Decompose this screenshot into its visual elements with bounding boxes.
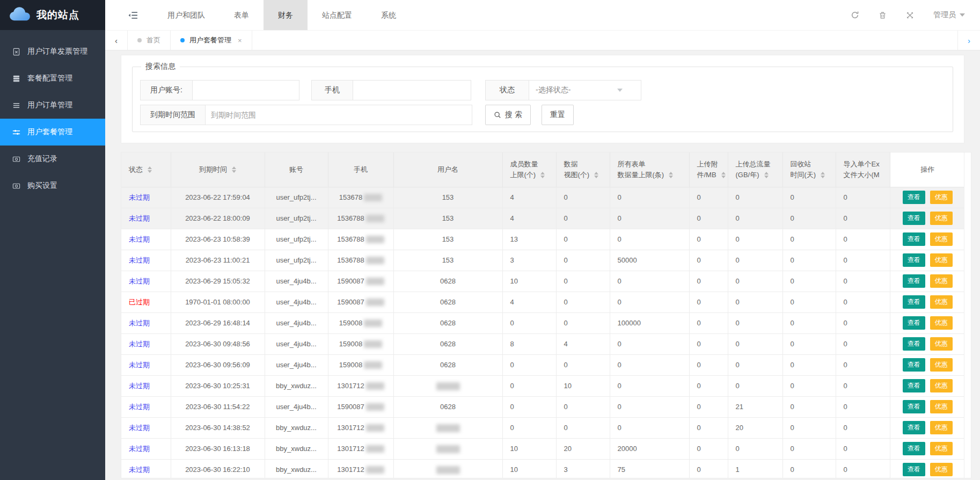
view-button[interactable]: 查看 xyxy=(903,191,925,204)
promo-button[interactable]: 优惠 xyxy=(930,358,953,372)
view-button[interactable]: 查看 xyxy=(903,253,925,267)
tabs-scroll-right-icon[interactable]: › xyxy=(957,31,980,50)
column-header-1[interactable]: 到期时间 xyxy=(171,152,265,187)
promo-button[interactable]: 优惠 xyxy=(930,295,953,309)
status-badge: 未过期 xyxy=(129,403,150,411)
redacted-phone xyxy=(366,382,384,390)
promo-button[interactable]: 优惠 xyxy=(930,316,953,330)
top-menu-item-3[interactable]: 站点配置 xyxy=(308,0,367,30)
view-button[interactable]: 查看 xyxy=(903,400,925,413)
metric-cell-0: 0 xyxy=(502,312,556,333)
view-button[interactable]: 查看 xyxy=(903,337,925,351)
promo-button[interactable]: 优惠 xyxy=(930,253,953,267)
sidebar-item-1[interactable]: 套餐配置管理 xyxy=(0,65,105,92)
sort-icon[interactable] xyxy=(721,172,726,178)
column-header-7[interactable]: 所有表单数据量上限(条) xyxy=(610,152,689,187)
status-select[interactable]: -选择状态- xyxy=(529,81,629,100)
expire-time-cell: 2023-06-23 11:00:21 xyxy=(171,250,265,271)
promo-button[interactable]: 优惠 xyxy=(930,337,953,351)
column-header-6[interactable]: 数据视图(个) xyxy=(556,152,610,187)
top-menu-item-1[interactable]: 表单 xyxy=(220,0,264,30)
search-button[interactable]: 搜 索 xyxy=(485,105,531,125)
promo-button[interactable]: 优惠 xyxy=(930,191,953,204)
view-button[interactable]: 查看 xyxy=(903,442,925,455)
promo-button[interactable]: 优惠 xyxy=(930,232,953,246)
trash-icon[interactable] xyxy=(879,11,887,19)
promo-button[interactable]: 优惠 xyxy=(930,400,953,413)
column-header-0[interactable]: 状态 xyxy=(121,152,171,187)
tab-status-dot xyxy=(180,38,185,42)
sort-icon[interactable] xyxy=(148,166,152,173)
promo-button[interactable]: 优惠 xyxy=(930,442,953,455)
column-header-10[interactable]: 回收站时间(天) xyxy=(782,152,836,187)
sidebar-item-label: 用户套餐管理 xyxy=(27,127,72,137)
promo-button[interactable]: 优惠 xyxy=(930,463,953,476)
view-button[interactable]: 查看 xyxy=(903,232,925,246)
metric-cell-6: 0 xyxy=(836,333,890,354)
sidebar-item-4[interactable]: 充值记录 xyxy=(0,146,105,172)
metric-cell-4: 0 xyxy=(728,187,782,208)
account-cell: user_ufp2tj... xyxy=(265,229,328,250)
column-title: 视图(个) xyxy=(564,170,590,180)
promo-button[interactable]: 优惠 xyxy=(930,379,953,392)
metric-cell-5: 0 xyxy=(782,375,836,396)
view-button[interactable]: 查看 xyxy=(903,274,925,288)
view-button[interactable]: 查看 xyxy=(903,316,925,330)
sidebar-item-0[interactable]: 用户订单发票管理 xyxy=(0,38,105,65)
admin-dropdown[interactable]: 管理员 xyxy=(933,10,965,20)
daterange-input[interactable] xyxy=(206,105,452,125)
metric-cell-6: 0 xyxy=(836,354,890,375)
metric-cell-4: 20 xyxy=(728,417,782,438)
collapse-menu-icon[interactable] xyxy=(128,11,138,19)
phone-input[interactable] xyxy=(353,81,455,100)
sidebar-item-5[interactable]: 购买设置 xyxy=(0,172,105,199)
sort-icon[interactable] xyxy=(764,172,769,178)
tab-1[interactable]: 用户套餐管理× xyxy=(171,31,252,50)
tabs-scroll-left-icon[interactable]: ‹ xyxy=(105,31,128,50)
reset-button[interactable]: 重置 xyxy=(542,105,574,125)
sort-icon[interactable] xyxy=(540,172,545,178)
column-title: 文件大小(M xyxy=(844,170,880,180)
account-input[interactable] xyxy=(193,81,292,100)
sort-icon[interactable] xyxy=(594,172,598,178)
column-title: 上传总流量 xyxy=(736,159,771,170)
column-header-8[interactable]: 上传附件/MB xyxy=(689,152,728,187)
metric-cell-2: 0 xyxy=(610,187,689,208)
table-row: 未过期2023-06-30 16:13:18bby_xwduz...130171… xyxy=(121,438,965,459)
view-button[interactable]: 查看 xyxy=(903,358,925,372)
actions-cell: 查看优惠 xyxy=(890,208,965,229)
metric-cell-0: 3 xyxy=(502,250,556,271)
metric-cell-6: 0 xyxy=(836,271,890,292)
fullscreen-icon[interactable] xyxy=(906,11,914,19)
actions-cell: 查看优惠 xyxy=(890,292,965,312)
page-content: 搜索信息 用户账号: 手机 状态 -选择状态- xyxy=(105,50,980,480)
metric-cell-3: 0 xyxy=(689,396,728,417)
redacted-phone xyxy=(366,424,384,432)
table-row: 未过期2023-06-22 17:59:04user_ufp2tj...1536… xyxy=(121,187,965,208)
column-header-9[interactable]: 上传总流量(GB/年) xyxy=(728,152,782,187)
table-scrollbar[interactable] xyxy=(964,152,971,478)
sort-icon[interactable] xyxy=(232,166,236,173)
view-button[interactable]: 查看 xyxy=(903,295,925,309)
promo-button[interactable]: 优惠 xyxy=(930,421,953,434)
metric-cell-1: 4 xyxy=(556,333,610,354)
tab-0[interactable]: 首页 xyxy=(128,31,171,50)
top-menu-item-2[interactable]: 财务 xyxy=(264,0,308,30)
refresh-icon[interactable] xyxy=(851,11,859,19)
metric-cell-2: 0 xyxy=(610,271,689,292)
promo-button[interactable]: 优惠 xyxy=(930,212,953,225)
view-button[interactable]: 查看 xyxy=(903,212,925,225)
view-button[interactable]: 查看 xyxy=(903,421,925,434)
column-header-5[interactable]: 成员数量上限(个) xyxy=(502,152,556,187)
view-button[interactable]: 查看 xyxy=(903,379,925,392)
sidebar-item-3[interactable]: 用户套餐管理 xyxy=(0,119,105,146)
promo-button[interactable]: 优惠 xyxy=(930,274,953,288)
sort-icon[interactable] xyxy=(669,172,673,178)
sort-icon[interactable] xyxy=(821,172,825,178)
tab-close-icon[interactable]: × xyxy=(238,37,242,45)
view-button[interactable]: 查看 xyxy=(903,463,925,476)
top-menu-item-0[interactable]: 用户和团队 xyxy=(153,0,220,30)
phone-cell: 1536788 xyxy=(328,229,393,250)
top-menu-item-4[interactable]: 系统 xyxy=(367,0,411,30)
sidebar-item-2[interactable]: 用户订单管理 xyxy=(0,92,105,119)
